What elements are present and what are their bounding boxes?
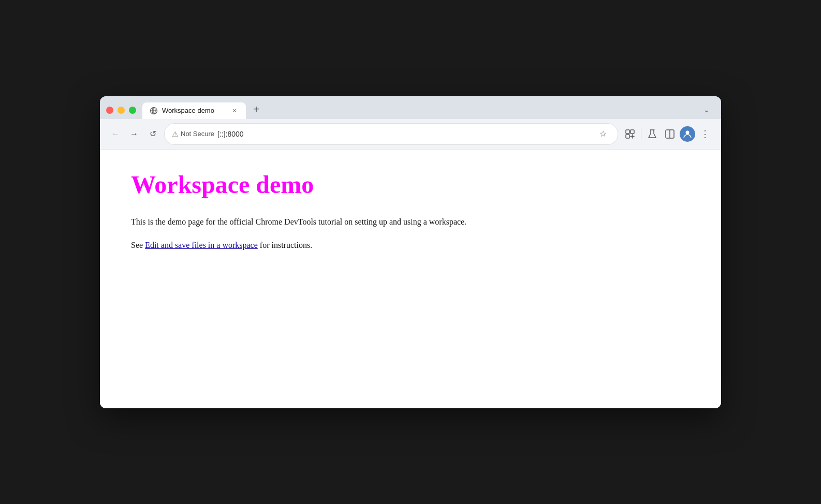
reload-icon: ↺	[150, 129, 156, 139]
new-tab-button[interactable]: +	[248, 101, 265, 118]
split-icon	[665, 129, 675, 139]
url-bar-actions: ☆	[596, 127, 610, 141]
tab-dropdown-button[interactable]: ⌄	[698, 101, 715, 118]
labs-button[interactable]	[644, 126, 660, 142]
url-bar[interactable]: ⚠ Not Secure [::]:8000 ☆	[164, 123, 618, 145]
bookmark-icon: ☆	[599, 129, 607, 139]
bookmark-button[interactable]: ☆	[596, 127, 610, 141]
traffic-light-green[interactable]	[129, 107, 136, 114]
back-button[interactable]: ←	[108, 127, 123, 141]
traffic-lights	[106, 107, 136, 119]
tab-bar: Workspace demo × + ⌄	[100, 96, 721, 119]
forward-icon: →	[130, 129, 138, 139]
link-text-after: for instructions.	[258, 241, 312, 249]
not-secure-label: Not Secure	[181, 130, 214, 138]
profile-icon	[683, 129, 692, 139]
address-bar: ← → ↺ ⚠ Not Secure [::]:8000 ☆	[100, 119, 721, 150]
toolbar-right: ⋮	[622, 126, 713, 142]
page-paragraph: This is the demo page for the official C…	[131, 215, 690, 229]
labs-icon	[647, 129, 657, 139]
svg-rect-4	[626, 130, 629, 134]
back-icon: ←	[111, 129, 120, 139]
page-content: Workspace demo This is the demo page for…	[100, 150, 721, 408]
workspace-link[interactable]: Edit and save files in a workspace	[145, 241, 258, 249]
tab-title: Workspace demo	[162, 107, 226, 114]
warning-icon: ⚠	[172, 130, 179, 138]
link-text-before: See	[131, 241, 145, 249]
extensions-button[interactable]	[622, 126, 638, 142]
reload-button[interactable]: ↺	[145, 127, 160, 141]
svg-rect-6	[626, 135, 629, 138]
url-text: [::]:8000	[217, 130, 244, 138]
profile-button[interactable]	[680, 126, 695, 142]
tab-globe-icon	[150, 107, 158, 115]
extensions-icon	[625, 129, 635, 139]
not-secure-indicator: ⚠ Not Secure	[172, 130, 214, 138]
split-button[interactable]	[662, 126, 678, 142]
svg-rect-5	[631, 130, 634, 134]
page-heading: Workspace demo	[131, 170, 690, 199]
svg-point-10	[686, 130, 690, 134]
traffic-light-yellow[interactable]	[118, 107, 125, 114]
active-tab[interactable]: Workspace demo ×	[142, 102, 246, 119]
page-link-line: See Edit and save files in a workspace f…	[131, 239, 690, 252]
tab-close-button[interactable]: ×	[230, 107, 239, 115]
browser-window: Workspace demo × + ⌄ ← → ↺ ⚠ Not Secure …	[100, 96, 721, 408]
traffic-light-red[interactable]	[106, 107, 113, 114]
menu-icon: ⋮	[700, 128, 710, 140]
menu-button[interactable]: ⋮	[697, 126, 713, 142]
toolbar-divider	[641, 129, 641, 139]
forward-button[interactable]: →	[127, 127, 141, 141]
